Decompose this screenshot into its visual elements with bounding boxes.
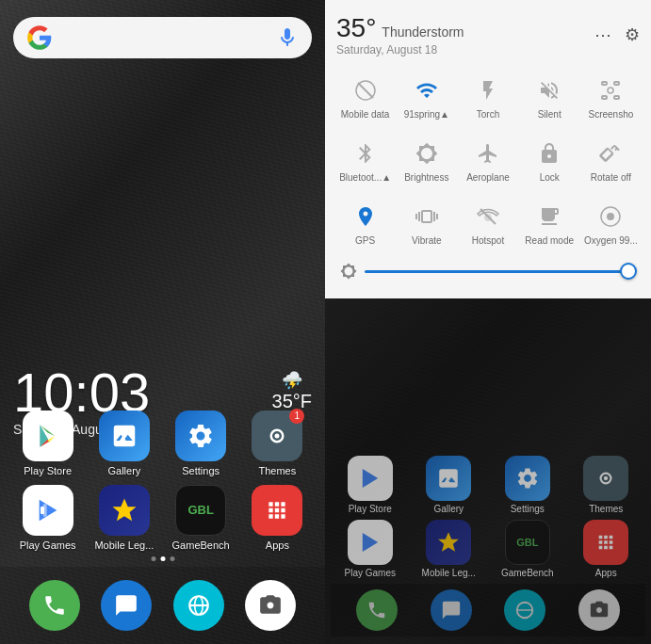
shade-more-button[interactable]: ⋯ <box>594 24 611 45</box>
dock-messages[interactable] <box>101 580 152 631</box>
shade-actions: ⋯ ⚙ <box>594 24 640 45</box>
tile-hotspot[interactable]: Hotspot <box>459 194 516 250</box>
app-settings[interactable]: Settings <box>167 411 235 477</box>
app-apps[interactable]: Apps <box>243 485 311 552</box>
dimmed-app-grid: Play Store Gallery Settings <box>325 448 651 644</box>
dot-1 <box>151 556 155 561</box>
dimmed-mobile-legends-icon <box>426 520 471 565</box>
tile-brightness[interactable]: Brightness <box>398 131 455 186</box>
tile-torch[interactable]: Torch <box>459 68 516 123</box>
apps-icon <box>252 485 302 536</box>
tile-mobile-data[interactable]: Mobile data <box>336 68 394 123</box>
shade-settings-button[interactable]: ⚙ <box>625 24 640 45</box>
google-icon <box>26 24 53 51</box>
brightness-thumb[interactable] <box>620 263 637 280</box>
gps-label: GPS <box>355 235 375 246</box>
dimmed-gallery-label: Gallery <box>433 504 464 514</box>
lock-icon <box>534 138 564 169</box>
dock-browser[interactable] <box>173 580 224 631</box>
rotate-icon <box>595 138 626 169</box>
dimmed-messages <box>431 589 472 631</box>
shade-date: Saturday, August 18 <box>336 43 594 56</box>
mobile-data-label: Mobile data <box>341 109 390 120</box>
shade-temperature: 35° <box>336 13 376 43</box>
tile-rotate-off[interactable]: Rotate off <box>582 131 640 186</box>
tile-oxygen[interactable]: Oxygen 99... <box>582 194 640 250</box>
dock-phone[interactable] <box>29 580 80 631</box>
svg-rect-13 <box>614 82 619 85</box>
svg-rect-14 <box>602 96 607 99</box>
tile-wifi[interactable]: 91spring▲ <box>398 68 455 123</box>
play-store-label: Play Store <box>24 465 72 477</box>
tile-bluetooth[interactable]: Bluetoot...▲ <box>336 131 394 186</box>
mic-icon[interactable] <box>276 26 299 49</box>
app-play-store[interactable]: Play Store <box>14 411 82 477</box>
tile-gps[interactable]: GPS <box>336 194 394 250</box>
tile-silent[interactable]: Silent <box>521 68 578 123</box>
brightness-row <box>336 257 640 285</box>
app-gallery[interactable]: Gallery <box>90 411 158 477</box>
bluetooth-label: Bluetoot...▲ <box>339 172 391 183</box>
svg-marker-23 <box>363 533 378 552</box>
dimmed-dock <box>331 584 645 636</box>
app-row-1: Play Store Gallery Settings 1 Themes <box>9 411 316 477</box>
read-mode-label: Read mode <box>525 235 574 246</box>
gallery-label: Gallery <box>107 465 140 477</box>
dimmed-mobile-legends: Mobile Leg... <box>417 520 480 578</box>
lock-label: Lock <box>540 172 560 183</box>
app-mobile-legends[interactable]: Mobile Leg... <box>90 485 158 552</box>
wifi-label: 91spring▲ <box>404 109 449 120</box>
dock-camera[interactable] <box>245 580 296 631</box>
bluetooth-icon <box>350 138 381 169</box>
brightness-slider[interactable] <box>365 270 636 273</box>
dimmed-settings-icon <box>505 456 550 501</box>
dot-3 <box>170 556 174 561</box>
dimmed-play-games: Play Games <box>339 520 401 578</box>
dimmed-apps-label: Apps <box>595 568 617 578</box>
dimmed-row-1: Play Store Gallery Settings <box>331 456 645 514</box>
screenshot-icon <box>595 75 626 105</box>
svg-rect-15 <box>614 96 619 99</box>
tile-read-mode[interactable]: Read mode <box>521 194 578 250</box>
tiles-row-2: Bluetoot...▲ Brightness Aeroplane <box>336 131 640 186</box>
settings-icon <box>175 411 226 461</box>
svg-point-19 <box>607 213 614 220</box>
aeroplane-icon <box>473 138 503 169</box>
svg-point-16 <box>608 88 613 93</box>
app-gamebench[interactable]: GBL GameBench <box>167 485 235 552</box>
svg-rect-12 <box>602 82 607 85</box>
app-play-games[interactable]: Play Games <box>14 485 82 552</box>
hotspot-icon <box>473 201 503 232</box>
vibrate-icon <box>412 201 442 232</box>
tiles-row-3: GPS Vibrate Hotspot Read m <box>336 194 640 250</box>
tile-aeroplane[interactable]: Aeroplane <box>459 131 516 186</box>
svg-rect-4 <box>42 504 46 516</box>
dimmed-settings: Settings <box>496 456 559 514</box>
tile-vibrate[interactable]: Vibrate <box>398 194 455 250</box>
tile-screenshot[interactable]: Screensho <box>582 68 640 123</box>
vibrate-label: Vibrate <box>412 235 442 246</box>
oxygen-label: Oxygen 99... <box>584 235 638 246</box>
left-panel: 10:03 Saturday, August 18 ⛈️ 35°F Play S… <box>0 0 325 644</box>
dimmed-camera <box>578 589 620 631</box>
brightness-label: Brightness <box>404 172 448 183</box>
dimmed-themes-label: Themes <box>589 504 623 514</box>
app-themes[interactable]: 1 Themes <box>243 411 311 477</box>
right-panel: 35° Thunderstorm Saturday, August 18 ⋯ ⚙… <box>325 0 651 644</box>
wifi-icon <box>412 75 442 105</box>
play-games-label: Play Games <box>20 539 76 552</box>
shade-condition: Thunderstorm <box>382 24 464 40</box>
svg-point-1 <box>275 433 280 438</box>
dimmed-mobile-legends-label: Mobile Leg... <box>422 568 476 578</box>
torch-icon <box>473 75 503 105</box>
app-row-2: Play Games Mobile Leg... GBL GameBench A… <box>9 485 316 552</box>
rotate-off-label: Rotate off <box>591 172 631 183</box>
shade-header: 35° Thunderstorm Saturday, August 18 ⋯ ⚙ <box>336 13 640 56</box>
app-grid: Play Store Gallery Settings 1 Themes <box>0 411 325 559</box>
dimmed-themes: Themes <box>575 456 637 514</box>
dot-2 <box>160 556 165 561</box>
search-bar[interactable] <box>13 17 312 58</box>
tile-lock[interactable]: Lock <box>521 131 578 186</box>
hotspot-label: Hotspot <box>472 235 504 246</box>
dimmed-themes-icon <box>583 456 628 501</box>
